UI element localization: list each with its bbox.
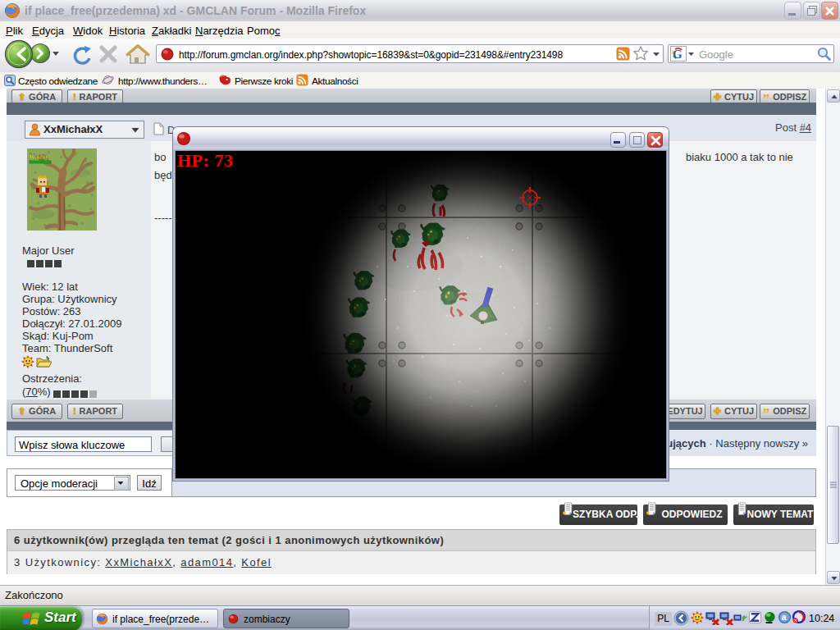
svg-text:Kazu: Kazu (30, 153, 48, 161)
svg-text:a: a (782, 613, 787, 622)
